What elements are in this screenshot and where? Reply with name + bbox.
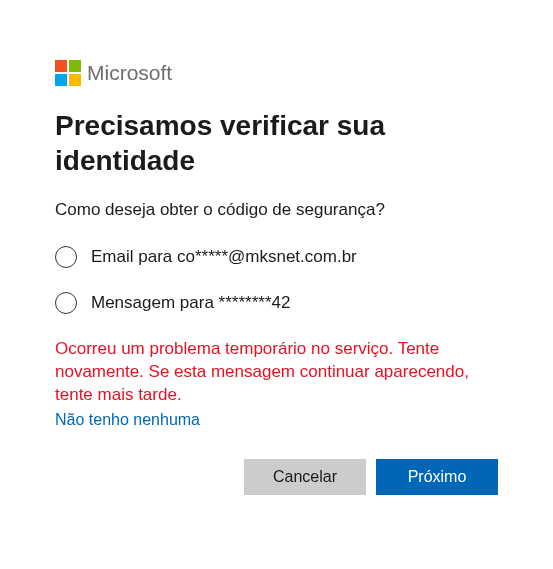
radio-icon — [55, 292, 77, 314]
verify-option-email[interactable]: Email para co*****@mksnet.com.br — [55, 246, 498, 268]
microsoft-logo-icon — [55, 60, 81, 86]
error-message: Ocorreu um problema temporário no serviç… — [55, 338, 498, 407]
next-button[interactable]: Próximo — [376, 459, 498, 495]
verify-option-sms[interactable]: Mensagem para ********42 — [55, 292, 498, 314]
option-label: Mensagem para ********42 — [91, 293, 290, 313]
brand-row: Microsoft — [55, 60, 498, 86]
subtitle: Como deseja obter o código de segurança? — [55, 200, 498, 220]
option-label: Email para co*****@mksnet.com.br — [91, 247, 357, 267]
none-link[interactable]: Não tenho nenhuma — [55, 411, 200, 429]
cancel-button[interactable]: Cancelar — [244, 459, 366, 495]
button-row: Cancelar Próximo — [55, 459, 498, 495]
radio-icon — [55, 246, 77, 268]
brand-name: Microsoft — [87, 61, 172, 85]
page-title: Precisamos verificar sua identidade — [55, 108, 498, 178]
